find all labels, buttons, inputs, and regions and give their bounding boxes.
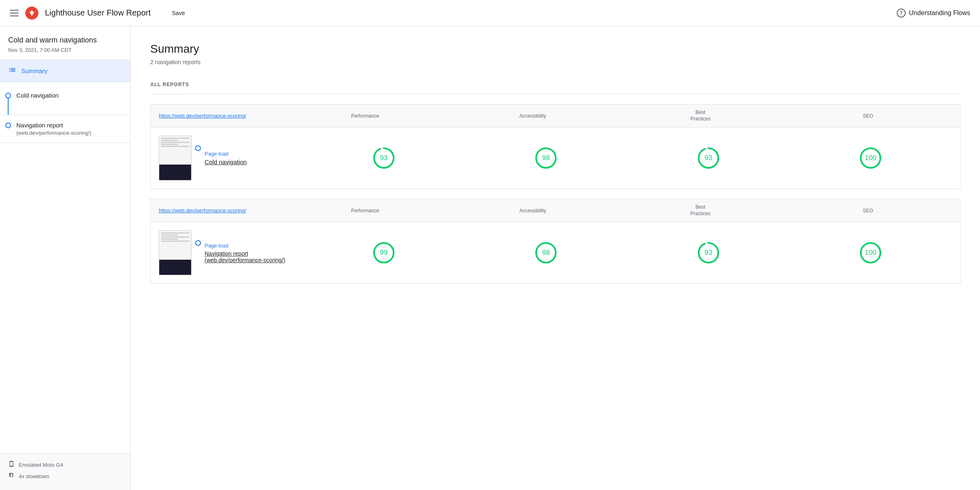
- report-card-2: https://web.dev/performance-scoring/ Per…: [150, 199, 960, 284]
- report-url-link-2[interactable]: https://web.dev/performance-scoring/: [159, 207, 281, 214]
- main-layout: Cold and warm navigations Nov 3, 2021, 7…: [0, 26, 980, 490]
- score-performance-2: 99: [303, 241, 465, 265]
- score-performance: 93: [303, 146, 465, 170]
- score-accessibility-2: 98: [465, 241, 628, 265]
- main-content: Summary 2 navigation reports ALL REPORTS…: [131, 26, 980, 490]
- score-val-2: 99: [380, 249, 388, 257]
- report-thumbnail: [159, 136, 192, 180]
- timeline-connector-2: [192, 230, 205, 275]
- report-thumbnail-2: [159, 230, 192, 275]
- app-title: Lighthouse User Flow Report: [45, 8, 151, 18]
- report-type: Page load: [205, 151, 303, 157]
- project-date: Nov 3, 2021, 7:00 AM CDT: [8, 47, 122, 53]
- understanding-flows-link[interactable]: ? Understanding Flows: [897, 9, 970, 18]
- device-info: Emulated Moto G4: [8, 461, 122, 469]
- nav-item-report[interactable]: Navigation report (web.dev/performance-s…: [0, 115, 130, 143]
- score-val-2: 93: [704, 249, 712, 257]
- summary-nav-item[interactable]: Summary: [0, 60, 130, 82]
- device-label: Emulated Moto G4: [19, 462, 63, 468]
- sidebar: Cold and warm navigations Nov 3, 2021, 7…: [0, 26, 131, 490]
- score-seo-2: 100: [790, 241, 952, 265]
- col-accessibility: Accessibility: [449, 113, 617, 119]
- timeline-dot: [195, 145, 201, 151]
- report-url-header: https://web.dev/performance-scoring/ Per…: [150, 104, 960, 127]
- col-best-practices-2: BestPractices: [617, 204, 784, 217]
- lighthouse-logo: [25, 7, 38, 20]
- score-seo: 100: [790, 146, 952, 170]
- app-header: Lighthouse User Flow Report Save ? Under…: [0, 0, 980, 26]
- timeline-dot-2: [195, 240, 201, 246]
- nav-content: Navigation report (web.dev/performance-s…: [16, 115, 130, 143]
- col-accessibility-2: Accessibility: [449, 208, 617, 214]
- understanding-flows-label: Understanding Flows: [909, 9, 970, 17]
- timeline: [0, 85, 16, 115]
- score-val-2: 100: [865, 249, 876, 257]
- slowdown-label: 4x slowdown: [19, 473, 49, 479]
- nav-item-cold[interactable]: Cold navigation: [0, 85, 130, 115]
- all-reports-label: ALL REPORTS: [150, 82, 960, 87]
- col-performance-2: Performance: [281, 208, 449, 214]
- col-seo: SEO: [784, 113, 952, 119]
- divider: [0, 143, 130, 143]
- report-card-1: https://web.dev/performance-scoring/ Per…: [150, 104, 960, 189]
- score-best-practices: 93: [627, 146, 790, 170]
- sidebar-header: Cold and warm navigations Nov 3, 2021, 7…: [0, 26, 130, 60]
- divider: [150, 94, 960, 94]
- summary-nav-label: Summary: [21, 67, 47, 74]
- nav-item-label: Cold navigation: [16, 91, 125, 100]
- score-val: 100: [865, 154, 876, 162]
- report-info: Page load Cold navigation: [205, 151, 303, 165]
- summary-subtitle: 2 navigation reports: [150, 59, 960, 65]
- scores-area: Page load Cold navigation 93: [205, 146, 952, 170]
- nav-line: [8, 98, 9, 115]
- device-icon: [8, 461, 15, 469]
- summary-icon: [8, 66, 16, 76]
- report-name-link-2[interactable]: Navigation report (web.dev/performance-s…: [205, 250, 285, 263]
- save-button[interactable]: Save: [167, 7, 190, 20]
- nav-dot: [5, 122, 11, 128]
- help-icon: ?: [897, 9, 906, 18]
- report-name-link[interactable]: Cold navigation: [205, 158, 247, 165]
- nav-dot: [5, 93, 11, 98]
- nav-content: Cold navigation: [16, 85, 130, 105]
- nav-items: Cold navigation Navigation report (web.d…: [0, 82, 130, 146]
- slowdown-info: 4x slowdown: [8, 472, 122, 480]
- nav-item-label: Navigation report: [16, 121, 125, 129]
- report-info-2: Page load Navigation report (web.dev/per…: [205, 243, 303, 263]
- score-best-practices-2: 93: [627, 241, 790, 265]
- score-val-2: 98: [542, 249, 550, 257]
- nav-item-sublabel: (web.dev/performance-scoring/): [16, 129, 125, 137]
- summary-heading: Summary: [150, 42, 960, 56]
- cpu-icon: [8, 472, 15, 480]
- scores-area-2: Page load Navigation report (web.dev/per…: [205, 241, 952, 265]
- score-val: 93: [704, 154, 712, 162]
- score-accessibility: 98: [465, 146, 628, 170]
- col-seo-2: SEO: [784, 208, 952, 214]
- project-title: Cold and warm navigations: [8, 36, 122, 45]
- score-val: 98: [542, 154, 550, 162]
- timeline: [0, 115, 16, 128]
- report-body-2: Page load Navigation report (web.dev/per…: [150, 222, 960, 284]
- score-val: 93: [380, 154, 388, 162]
- report-url-header-2: https://web.dev/performance-scoring/ Per…: [150, 199, 960, 222]
- report-type-2: Page load: [205, 243, 303, 249]
- report-body: Page load Cold navigation 93: [150, 127, 960, 189]
- col-performance: Performance: [281, 113, 449, 119]
- col-best-practices: BestPractices: [617, 109, 784, 122]
- menu-button[interactable]: [10, 10, 19, 16]
- report-url-link[interactable]: https://web.dev/performance-scoring/: [159, 113, 281, 119]
- sidebar-footer: Emulated Moto G4 4x slowdown: [0, 454, 130, 490]
- timeline-connector: [192, 136, 205, 180]
